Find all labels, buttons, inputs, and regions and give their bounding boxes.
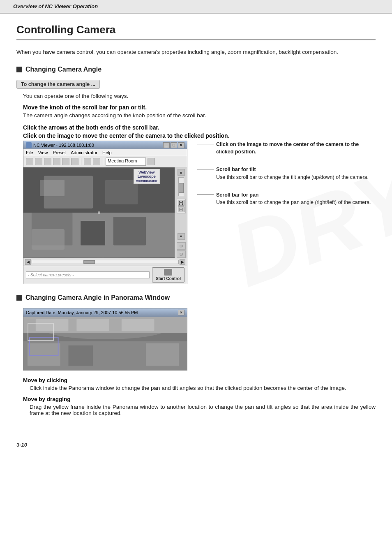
panel-icon-2[interactable]: ⊡ — [177, 250, 186, 258]
callout2-text: Scroll bar for tilt Use this scroll bar … — [216, 166, 369, 181]
panorama-close-button[interactable]: ✕ — [178, 310, 184, 315]
titlebar-left: NC Viewer - 192.168.100.1:80 — [26, 142, 94, 148]
callout2-dash — [197, 169, 214, 169]
page-number: 3-10 — [16, 442, 27, 448]
callout1-text: Click on the image to move the center of… — [216, 141, 376, 156]
menu-administrator[interactable]: Administrator — [71, 150, 97, 155]
toolbar-icon-7[interactable] — [84, 158, 91, 165]
svg-rect-13 — [28, 343, 60, 366]
tilt-scroll-up[interactable]: ▲ — [178, 169, 185, 176]
toolbar-dropdown[interactable]: Meeting Room — [106, 158, 146, 166]
header-bar: Overview of NC Viewer Operation — [0, 0, 392, 14]
page-title: Controlling Camera — [16, 23, 376, 40]
panorama-title-text: Captured Date: Monday, January 29, 2007 … — [26, 310, 138, 315]
viewer-icon — [26, 142, 32, 148]
section1-heading: Changing Camera Angle — [16, 66, 376, 73]
section2-icon — [16, 295, 22, 301]
svg-rect-19 — [76, 319, 109, 331]
svg-rect-3 — [32, 213, 72, 246]
menu-view[interactable]: View — [38, 150, 48, 155]
zoom-controls: [+] [-] — [177, 199, 186, 213]
toolbar-icon-5[interactable] — [62, 158, 69, 165]
move-clicking-text: Click inside the Panorama window to chan… — [30, 385, 376, 391]
step-intro: You can operate one of the following way… — [23, 93, 376, 99]
pan-scroll-track — [32, 260, 179, 264]
callout3-heading: Scroll bar for pan — [216, 192, 259, 198]
page-content: Overview of NC Viewer Operation Controll… — [0, 0, 392, 452]
callout1-dash — [197, 144, 214, 144]
menu-file[interactable]: File — [26, 150, 33, 155]
section2-heading-text: Changing Camera Angle in Panorama Window — [25, 294, 170, 301]
toolbar-icon-3[interactable] — [44, 158, 51, 165]
pan-scroll-bar: ◀ ▶ — [23, 258, 187, 266]
viewer-title: NC Viewer - 192.168.100.1:80 — [33, 143, 94, 148]
preset-dropdown[interactable]: - Select camera presets - — [26, 271, 150, 278]
close-button[interactable]: ✕ — [178, 142, 184, 148]
callout2-line: Scroll bar for tilt Use this scroll bar … — [197, 166, 376, 181]
callout2: Scroll bar for tilt Use this scroll bar … — [197, 166, 376, 181]
dropdown-label: Meeting Room — [108, 158, 137, 163]
svg-rect-15 — [105, 345, 138, 366]
page-footer: 3-10 — [0, 438, 392, 452]
pan-scroll-left[interactable]: ◀ — [25, 259, 31, 265]
pan-scroll-thumb[interactable] — [83, 260, 95, 264]
sub2-heading: Click the arrows at the both ends of the… — [23, 124, 376, 131]
main-content: Controlling Camera When you have camera … — [0, 14, 392, 438]
toolbar-icon-9[interactable] — [148, 158, 155, 165]
svg-rect-5 — [113, 217, 146, 246]
section2-heading: Changing Camera Angle in Panorama Window — [16, 294, 376, 301]
tilt-scroll-thumb[interactable] — [179, 183, 184, 193]
image-callout-area: NC Viewer - 192.168.100.1:80 _ □ ✕ File … — [23, 141, 376, 284]
titlebar-buttons: _ □ ✕ — [163, 142, 184, 148]
panorama-titlebar: Captured Date: Monday, January 29, 2007 … — [23, 308, 187, 317]
sub1-text: The camera angle changes according to th… — [23, 112, 376, 118]
move-clicking-heading: Move by clicking — [23, 377, 376, 383]
panel-icon-1[interactable]: ⊞ — [177, 242, 186, 250]
svg-rect-14 — [68, 345, 93, 366]
nc-viewer-body: WebViewLivescopeAdministrator ▲ [+] [-] — [23, 167, 187, 258]
intro-paragraph: When you have camera control, you can op… — [16, 48, 376, 57]
svg-rect-20 — [122, 319, 154, 331]
minimize-button[interactable]: _ — [163, 142, 170, 148]
callout1-strong: Click on the image to move the center of… — [216, 141, 359, 155]
callout3-text: Scroll bar for pan Use this scroll bar t… — [216, 191, 371, 207]
callout3-body: Use this scroll bar to change the pan an… — [216, 199, 371, 205]
toolbar-sep2 — [103, 158, 103, 165]
start-control-label: Start Control — [156, 276, 181, 281]
menu-help[interactable]: Help — [102, 150, 112, 155]
nc-viewer-bottom: - Select camera presets - Start Control — [23, 266, 187, 284]
camera-view[interactable]: WebViewLivescopeAdministrator — [23, 167, 175, 258]
nc-viewer-menubar: File View Preset Administrator Help — [23, 149, 187, 156]
svg-rect-16 — [146, 343, 179, 366]
move-dragging-heading: Move by dragging — [23, 396, 376, 402]
step-box: To change the camera angle ... — [16, 80, 100, 89]
sub3-heading: Click on the image to move the center of… — [23, 132, 376, 139]
callout1: Click on the image to move the center of… — [197, 141, 376, 156]
menu-preset[interactable]: Preset — [53, 150, 66, 155]
svg-point-9 — [98, 211, 100, 214]
sub1-heading: Move the knob of the scroll bar for pan … — [23, 104, 376, 111]
move-dragging-text: Drag the yellow frame inside the Panoram… — [30, 404, 376, 416]
tilt-scroll-down[interactable]: ▼ — [178, 233, 185, 240]
toolbar-icon-1[interactable] — [26, 158, 33, 165]
pan-scroll-right[interactable]: ▶ — [180, 259, 185, 265]
restore-button[interactable]: □ — [171, 142, 177, 148]
toolbar-icon-2[interactable] — [35, 158, 42, 165]
zoom-in-button[interactable]: [+] — [178, 200, 184, 206]
move-section: Move by clicking Click inside the Panora… — [23, 377, 376, 416]
tilt-scroll-track — [178, 177, 184, 196]
svg-rect-18 — [36, 319, 69, 331]
start-control-icon — [164, 269, 172, 276]
toolbar-icon-8[interactable] — [93, 158, 100, 165]
nc-viewer-titlebar: NC Viewer - 192.168.100.1:80 _ □ ✕ — [23, 141, 187, 149]
callout3: Scroll bar for pan Use this scroll bar t… — [197, 191, 376, 207]
svg-rect-4 — [81, 220, 105, 245]
toolbar-icon-6[interactable] — [71, 158, 78, 165]
zoom-out-button[interactable]: [-] — [178, 206, 184, 212]
toolbar-icon-4[interactable] — [53, 158, 60, 165]
start-control-button[interactable]: Start Control — [152, 267, 184, 283]
tilt-scroll-panel: ▲ [+] [-] ▼ ⊞ — [175, 167, 187, 258]
toolbar-sep — [81, 158, 81, 165]
preset-placeholder: - Select camera presets - — [28, 273, 74, 277]
panorama-image[interactable] — [23, 317, 187, 370]
